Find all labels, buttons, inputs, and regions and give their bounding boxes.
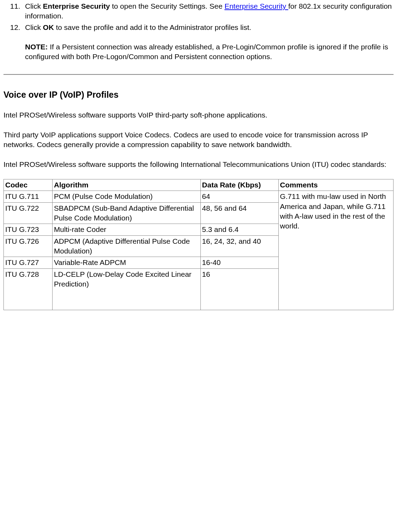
paragraph: Third party VoIP applications support Vo…	[3, 130, 394, 150]
header-data-rate: Data Rate (Kbps)	[200, 179, 278, 191]
note-block: NOTE: If a Persistent connection was alr…	[25, 42, 394, 62]
bold-text: Enterprise Security	[43, 2, 110, 10]
cell-codec: ITU G.711	[4, 191, 53, 202]
cell-codec: ITU G.727	[4, 257, 53, 268]
section-heading: Voice over IP (VoIP) Profiles	[3, 89, 394, 101]
table-header-row: Codec Algorithm Data Rate (Kbps) Comment…	[4, 179, 394, 191]
enterprise-security-link[interactable]: Enterprise Security	[224, 2, 288, 10]
cell-data-rate: 64	[200, 191, 278, 202]
header-algorithm: Algorithm	[53, 179, 201, 191]
cell-data-rate: 16, 24, 32, and 40	[200, 235, 278, 257]
cell-data-rate: 5.3 and 6.4	[200, 224, 278, 235]
list-item-11: Click Enterprise Security to open the Se…	[22, 1, 394, 21]
cell-codec: ITU G.722	[4, 202, 53, 224]
header-comments: Comments	[278, 179, 393, 191]
paragraph: Intel PROSet/Wireless software supports …	[3, 110, 394, 120]
bold-text: OK	[43, 23, 54, 31]
note-body: If a Persistent connection was already e…	[25, 43, 388, 61]
cell-algorithm: Multi-rate Coder	[53, 224, 201, 235]
note-label: NOTE:	[25, 43, 48, 51]
cell-algorithm: PCM (Pulse Code Modulation)	[53, 191, 201, 202]
paragraph: Intel PROSet/Wireless software supports …	[3, 160, 394, 169]
cell-algorithm: LD-CELP (Low-Delay Code Excited Linear P…	[53, 268, 201, 310]
cell-codec: ITU G.726	[4, 235, 53, 257]
list-item-12: Click OK to save the profile and add it …	[22, 23, 394, 62]
cell-data-rate: 16	[200, 268, 278, 310]
cell-algorithm: SBADPCM (Sub-Band Adaptive Differential …	[53, 202, 201, 224]
cell-data-rate: 16-40	[200, 257, 278, 268]
table-row: ITU G.711 PCM (Pulse Code Modulation) 64…	[4, 191, 394, 202]
text: Click	[25, 23, 43, 31]
cell-algorithm: ADPCM (Adaptive Differential Pulse Code …	[53, 235, 201, 257]
cell-comments: G.711 with mu-law used in North America …	[278, 191, 393, 310]
codec-table: Codec Algorithm Data Rate (Kbps) Comment…	[3, 179, 394, 310]
divider	[3, 74, 394, 75]
header-codec: Codec	[4, 179, 53, 191]
cell-codec: ITU G.723	[4, 224, 53, 235]
cell-data-rate: 48, 56 and 64	[200, 202, 278, 224]
cell-codec: ITU G.728	[4, 268, 53, 310]
text: to open the Security Settings. See	[110, 2, 224, 10]
cell-algorithm: Variable-Rate ADPCM	[53, 257, 201, 268]
text: Click	[25, 2, 43, 10]
instruction-list: Click Enterprise Security to open the Se…	[3, 1, 394, 62]
text: to save the profile and add it to the Ad…	[54, 23, 251, 31]
